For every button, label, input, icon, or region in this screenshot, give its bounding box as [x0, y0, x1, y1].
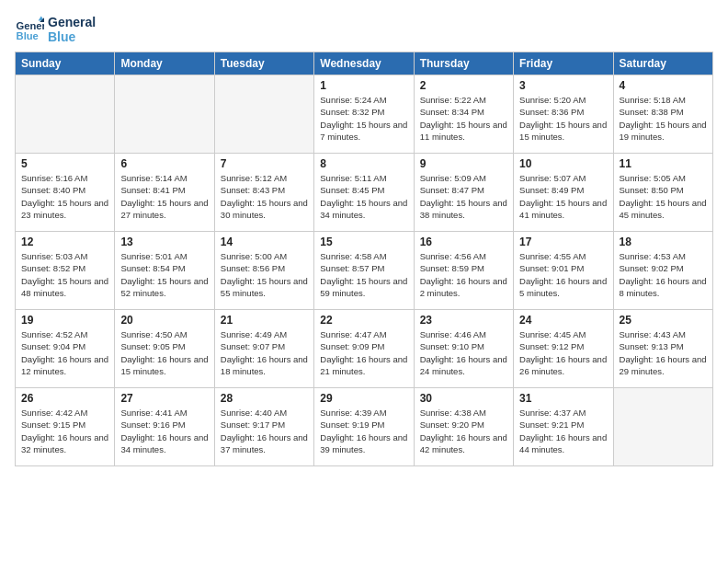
day-cell: 5Sunrise: 5:16 AM Sunset: 8:40 PM Daylig…: [16, 154, 115, 232]
week-row-1: 1Sunrise: 5:24 AM Sunset: 8:32 PM Daylig…: [16, 75, 713, 154]
day-cell: 28Sunrise: 4:40 AM Sunset: 9:17 PM Dayli…: [214, 388, 313, 466]
day-info: Sunrise: 5:09 AM Sunset: 8:47 PM Dayligh…: [420, 172, 507, 221]
day-number: 15: [320, 236, 407, 248]
day-cell: 1Sunrise: 5:24 AM Sunset: 8:32 PM Daylig…: [314, 75, 414, 154]
day-number: 16: [420, 236, 507, 248]
weekday-header-thursday: Thursday: [414, 52, 513, 75]
day-cell: 3Sunrise: 5:20 AM Sunset: 8:36 PM Daylig…: [514, 75, 613, 154]
day-number: 31: [519, 392, 607, 405]
day-number: 27: [120, 392, 208, 405]
day-cell: 27Sunrise: 4:41 AM Sunset: 9:16 PM Dayli…: [115, 388, 214, 466]
day-info: Sunrise: 4:45 AM Sunset: 9:12 PM Dayligh…: [519, 328, 607, 377]
day-number: 14: [221, 236, 308, 248]
day-info: Sunrise: 5:14 AM Sunset: 8:41 PM Dayligh…: [120, 172, 208, 221]
day-cell: 25Sunrise: 4:43 AM Sunset: 9:13 PM Dayli…: [613, 310, 712, 388]
day-cell: 21Sunrise: 4:49 AM Sunset: 9:07 PM Dayli…: [214, 310, 313, 388]
day-cell: 29Sunrise: 4:39 AM Sunset: 9:19 PM Dayli…: [314, 388, 414, 466]
day-info: Sunrise: 5:16 AM Sunset: 8:40 PM Dayligh…: [21, 172, 108, 221]
day-number: 13: [120, 236, 208, 248]
day-info: Sunrise: 4:39 AM Sunset: 9:19 PM Dayligh…: [320, 407, 407, 455]
day-number: 10: [519, 157, 607, 170]
logo: General Blue General Blue: [15, 15, 96, 44]
day-number: 25: [620, 314, 707, 327]
day-number: 20: [120, 314, 208, 327]
day-info: Sunrise: 4:42 AM Sunset: 9:15 PM Dayligh…: [21, 407, 108, 455]
day-cell: 19Sunrise: 4:52 AM Sunset: 9:04 PM Dayli…: [16, 310, 115, 388]
day-info: Sunrise: 4:55 AM Sunset: 9:01 PM Dayligh…: [519, 250, 607, 299]
day-cell: 4Sunrise: 5:18 AM Sunset: 8:38 PM Daylig…: [613, 75, 712, 154]
day-cell: 9Sunrise: 5:09 AM Sunset: 8:47 PM Daylig…: [414, 154, 513, 232]
day-number: 18: [620, 236, 707, 248]
calendar-table: SundayMondayTuesdayWednesdayThursdayFrid…: [15, 52, 713, 466]
day-info: Sunrise: 4:49 AM Sunset: 9:07 PM Dayligh…: [221, 328, 308, 377]
day-cell: 30Sunrise: 4:38 AM Sunset: 9:20 PM Dayli…: [414, 388, 513, 466]
day-info: Sunrise: 5:12 AM Sunset: 8:43 PM Dayligh…: [221, 172, 308, 221]
day-number: 8: [320, 157, 407, 170]
logo-general: General: [48, 15, 96, 29]
day-info: Sunrise: 4:56 AM Sunset: 8:59 PM Dayligh…: [420, 250, 507, 299]
day-cell: 31Sunrise: 4:37 AM Sunset: 9:21 PM Dayli…: [514, 388, 613, 466]
day-info: Sunrise: 5:01 AM Sunset: 8:54 PM Dayligh…: [120, 250, 208, 299]
day-cell: 8Sunrise: 5:11 AM Sunset: 8:45 PM Daylig…: [314, 154, 414, 232]
weekday-header-friday: Friday: [514, 52, 613, 75]
day-info: Sunrise: 4:40 AM Sunset: 9:17 PM Dayligh…: [221, 407, 308, 455]
day-info: Sunrise: 4:47 AM Sunset: 9:09 PM Dayligh…: [320, 328, 407, 377]
day-info: Sunrise: 5:00 AM Sunset: 8:56 PM Dayligh…: [221, 250, 308, 299]
day-info: Sunrise: 5:18 AM Sunset: 8:38 PM Dayligh…: [620, 94, 707, 143]
day-cell: 23Sunrise: 4:46 AM Sunset: 9:10 PM Dayli…: [414, 310, 513, 388]
svg-text:Blue: Blue: [17, 30, 39, 41]
day-cell: [613, 388, 712, 466]
day-info: Sunrise: 5:07 AM Sunset: 8:49 PM Dayligh…: [519, 172, 607, 221]
day-number: 12: [21, 236, 108, 248]
week-row-3: 12Sunrise: 5:03 AM Sunset: 8:52 PM Dayli…: [16, 232, 713, 310]
day-cell: 14Sunrise: 5:00 AM Sunset: 8:56 PM Dayli…: [214, 232, 313, 310]
header: General Blue General Blue: [15, 15, 713, 44]
day-number: 1: [320, 79, 407, 92]
day-cell: 18Sunrise: 4:53 AM Sunset: 9:02 PM Dayli…: [613, 232, 712, 310]
day-info: Sunrise: 5:22 AM Sunset: 8:34 PM Dayligh…: [420, 94, 507, 143]
weekday-header-row: SundayMondayTuesdayWednesdayThursdayFrid…: [16, 52, 713, 75]
day-number: 9: [420, 157, 507, 170]
day-number: 22: [320, 314, 407, 327]
day-number: 7: [221, 157, 308, 170]
day-info: Sunrise: 5:03 AM Sunset: 8:52 PM Dayligh…: [21, 250, 108, 299]
day-number: 28: [221, 392, 308, 405]
weekday-header-tuesday: Tuesday: [214, 52, 313, 75]
day-number: 5: [21, 157, 108, 170]
day-info: Sunrise: 4:46 AM Sunset: 9:10 PM Dayligh…: [420, 328, 507, 377]
day-info: Sunrise: 4:37 AM Sunset: 9:21 PM Dayligh…: [519, 407, 607, 455]
day-info: Sunrise: 4:52 AM Sunset: 9:04 PM Dayligh…: [21, 328, 108, 377]
week-row-5: 26Sunrise: 4:42 AM Sunset: 9:15 PM Dayli…: [16, 388, 713, 466]
day-info: Sunrise: 4:38 AM Sunset: 9:20 PM Dayligh…: [420, 407, 507, 455]
day-number: 17: [519, 236, 607, 248]
logo-icon: General Blue: [15, 15, 44, 44]
day-number: 19: [21, 314, 108, 327]
logo-blue: Blue: [48, 29, 96, 44]
day-number: 11: [620, 157, 707, 170]
day-info: Sunrise: 4:41 AM Sunset: 9:16 PM Dayligh…: [120, 407, 208, 455]
day-number: 24: [519, 314, 607, 327]
day-number: 2: [420, 79, 507, 92]
weekday-header-sunday: Sunday: [16, 52, 115, 75]
day-number: 4: [620, 79, 707, 92]
day-number: 6: [120, 157, 208, 170]
day-cell: [115, 75, 214, 154]
day-cell: [214, 75, 313, 154]
day-cell: 26Sunrise: 4:42 AM Sunset: 9:15 PM Dayli…: [16, 388, 115, 466]
week-row-4: 19Sunrise: 4:52 AM Sunset: 9:04 PM Dayli…: [16, 310, 713, 388]
day-info: Sunrise: 5:11 AM Sunset: 8:45 PM Dayligh…: [320, 172, 407, 221]
day-cell: 12Sunrise: 5:03 AM Sunset: 8:52 PM Dayli…: [16, 232, 115, 310]
weekday-header-saturday: Saturday: [613, 52, 712, 75]
day-cell: 2Sunrise: 5:22 AM Sunset: 8:34 PM Daylig…: [414, 75, 513, 154]
day-info: Sunrise: 5:20 AM Sunset: 8:36 PM Dayligh…: [519, 94, 607, 143]
day-info: Sunrise: 4:43 AM Sunset: 9:13 PM Dayligh…: [620, 328, 707, 377]
day-cell: 22Sunrise: 4:47 AM Sunset: 9:09 PM Dayli…: [314, 310, 414, 388]
day-number: 3: [519, 79, 607, 92]
day-cell: 6Sunrise: 5:14 AM Sunset: 8:41 PM Daylig…: [115, 154, 214, 232]
day-number: 29: [320, 392, 407, 405]
week-row-2: 5Sunrise: 5:16 AM Sunset: 8:40 PM Daylig…: [16, 154, 713, 232]
day-info: Sunrise: 4:53 AM Sunset: 9:02 PM Dayligh…: [620, 250, 707, 299]
day-cell: 11Sunrise: 5:05 AM Sunset: 8:50 PM Dayli…: [613, 154, 712, 232]
day-number: 26: [21, 392, 108, 405]
day-info: Sunrise: 5:05 AM Sunset: 8:50 PM Dayligh…: [620, 172, 707, 221]
